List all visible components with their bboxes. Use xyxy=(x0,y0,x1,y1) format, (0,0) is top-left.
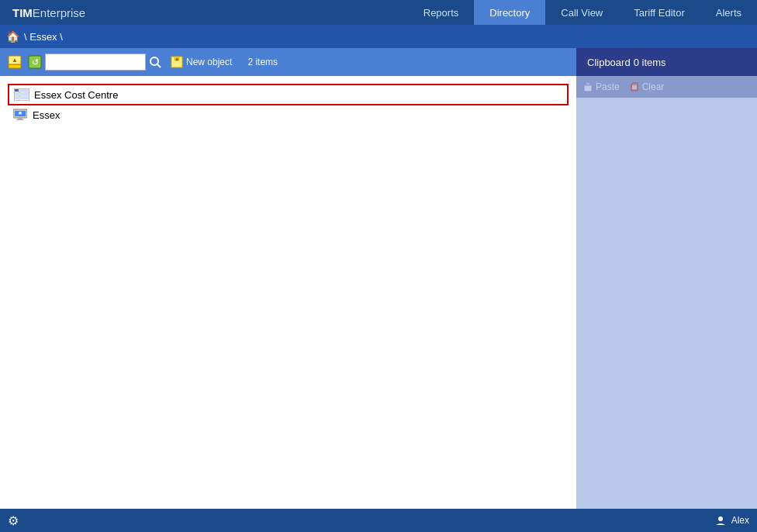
svg-rect-18 xyxy=(15,97,19,99)
settings-button[interactable]: ⚙ xyxy=(8,513,19,528)
breadcrumb-path: \ Essex \ xyxy=(24,31,63,43)
top-nav-bar: TIM Enterprise Reports Directory Call Vi… xyxy=(0,0,757,25)
search-icon xyxy=(149,56,161,68)
svg-rect-19 xyxy=(20,97,29,99)
svg-rect-15 xyxy=(20,89,29,92)
nav-reports[interactable]: Reports xyxy=(408,0,475,25)
breadcrumb: 🏠 \ Essex \ xyxy=(0,25,757,48)
clipboard-header: Clipboard 0 items xyxy=(576,48,757,76)
svg-point-5 xyxy=(150,57,158,65)
refresh-button[interactable]: ↺ xyxy=(25,52,45,72)
upload-button[interactable]: ▲ xyxy=(5,52,25,72)
svg-text:↺: ↺ xyxy=(32,57,39,67)
cost-centre-icon xyxy=(14,88,29,101)
logo-enterprise: Enterprise xyxy=(33,6,85,19)
svg-text:▲: ▲ xyxy=(12,57,18,64)
nav-tariff-editor[interactable]: Tariff Editor xyxy=(618,0,700,25)
upload-icon: ▲ xyxy=(7,54,22,70)
nav-call-view[interactable]: Call View xyxy=(545,0,618,25)
item-label: Essex xyxy=(33,109,60,121)
status-bar: ⚙ Alex xyxy=(0,509,757,532)
svg-rect-16 xyxy=(15,93,19,95)
username: Alex xyxy=(731,515,749,526)
svg-line-6 xyxy=(157,64,161,67)
clipboard-label: Clipboard xyxy=(587,57,631,68)
user-info: Alex xyxy=(714,514,749,527)
directory-item-essex[interactable]: ☺ Essex xyxy=(8,105,569,124)
toolbar-main: ▲ ↺ ★ New object xyxy=(0,48,576,76)
paste-button[interactable]: Paste xyxy=(582,81,620,92)
svg-rect-0 xyxy=(9,64,21,68)
svg-point-31 xyxy=(718,516,723,521)
main-area: Essex Cost Centre ☺ Essex xyxy=(0,76,757,509)
new-object-icon: ★ xyxy=(171,56,183,68)
new-object-label: New object xyxy=(186,57,232,67)
svg-text:☺: ☺ xyxy=(19,112,22,116)
clipboard-panel: Paste Clear xyxy=(576,76,757,509)
items-count: 2 items xyxy=(238,57,287,67)
home-icon[interactable]: 🏠 xyxy=(6,30,19,43)
svg-rect-27 xyxy=(586,82,590,85)
svg-rect-17 xyxy=(20,93,29,95)
content-panel: Essex Cost Centre ☺ Essex xyxy=(0,76,576,509)
search-button[interactable] xyxy=(146,53,164,71)
logo: TIM Enterprise xyxy=(0,6,155,19)
new-object-button[interactable]: ★ New object xyxy=(164,54,238,71)
clipboard-content xyxy=(576,98,757,509)
svg-text:★: ★ xyxy=(175,57,179,62)
paste-label: Paste xyxy=(596,81,620,92)
clipboard-toolbar: Paste Clear xyxy=(576,76,757,98)
directory-item-essex-cost-centre[interactable]: Essex Cost Centre xyxy=(8,84,569,105)
nav-alerts[interactable]: Alerts xyxy=(700,0,757,25)
svg-rect-23 xyxy=(16,119,24,120)
clear-button[interactable]: Clear xyxy=(629,81,665,92)
svg-rect-14 xyxy=(15,89,19,92)
clipboard-count: 0 items xyxy=(634,57,666,68)
item-label: Essex Cost Centre xyxy=(34,89,118,101)
refresh-icon: ↺ xyxy=(27,54,43,70)
site-icon: ☺ xyxy=(12,109,28,121)
paste-icon xyxy=(582,81,593,92)
clear-label: Clear xyxy=(642,81,665,92)
nav-directory[interactable]: Directory xyxy=(474,0,545,25)
logo-tim: TIM xyxy=(12,6,33,19)
toolbar-row: ▲ ↺ ★ New object xyxy=(0,48,757,76)
search-input[interactable] xyxy=(45,54,146,71)
svg-rect-22 xyxy=(18,118,22,119)
nav-links: Reports Directory Call View Tariff Edito… xyxy=(155,0,757,25)
clear-icon xyxy=(629,81,640,92)
user-icon xyxy=(714,514,727,527)
